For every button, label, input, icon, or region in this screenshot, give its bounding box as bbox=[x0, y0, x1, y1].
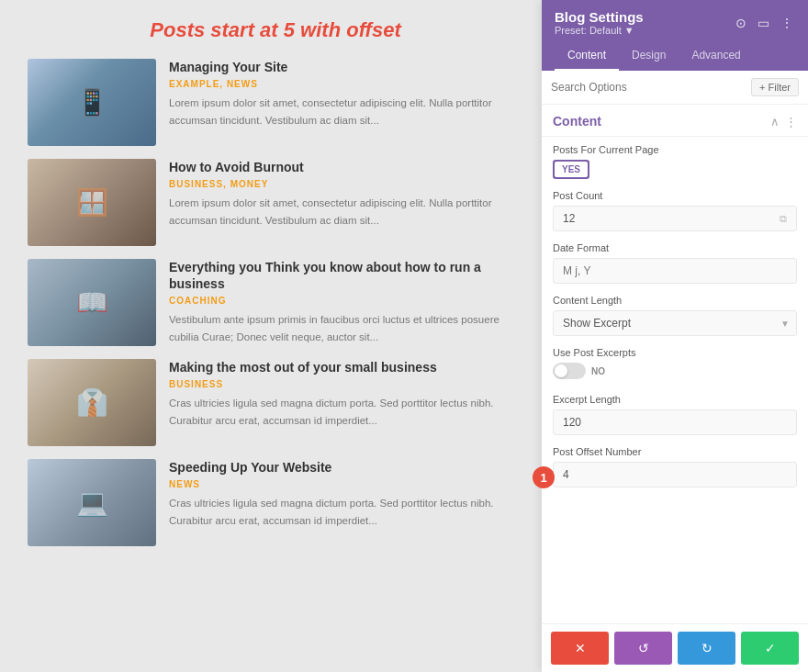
thumbnail-icon: 🪟 bbox=[76, 187, 108, 218]
section-more-icon[interactable]: ⋮ bbox=[785, 115, 797, 129]
panel-tabs: Content Design Advanced bbox=[555, 41, 795, 71]
panel-header-icons: ⊙ ▭ ⋮ bbox=[734, 14, 795, 32]
post-excerpt: Lorem ipsum dolor sit amet, consectetur … bbox=[169, 95, 523, 129]
use-post-excerpts-row: Use Post Excerpts NO bbox=[542, 342, 808, 388]
use-post-excerpts-label: Use Post Excerpts bbox=[553, 347, 797, 358]
tab-design[interactable]: Design bbox=[619, 41, 679, 71]
settings-panel: Blog Settings Preset: Default ▼ ⊙ ▭ ⋮ Co… bbox=[542, 0, 808, 672]
post-title: Making the most out of your small busine… bbox=[169, 359, 523, 375]
post-excerpt: Cras ultricies ligula sed magna dictum p… bbox=[169, 495, 523, 529]
section-icons: ∧ ⋮ bbox=[770, 115, 797, 129]
date-format-input[interactable] bbox=[553, 258, 797, 284]
more-options-icon[interactable]: ⋮ bbox=[779, 14, 795, 32]
thumbnail-icon: 💻 bbox=[76, 487, 108, 518]
posts-for-current-page-label: Posts For Current Page bbox=[553, 144, 797, 155]
collapse-icon[interactable]: ∧ bbox=[770, 115, 780, 129]
post-categories: COACHING bbox=[169, 296, 523, 306]
post-offset-input[interactable] bbox=[553, 462, 797, 487]
divider bbox=[542, 136, 808, 137]
reset-button[interactable]: ↺ bbox=[614, 632, 672, 665]
panel-preset[interactable]: Preset: Default ▼ bbox=[555, 25, 644, 36]
post-count-value: 12 bbox=[563, 212, 575, 225]
posts-for-current-page-row: Posts For Current Page YES bbox=[542, 139, 808, 185]
excerpt-length-row: Excerpt Length bbox=[542, 388, 808, 441]
list-item: 👔 Making the most out of your small busi… bbox=[28, 359, 523, 446]
post-thumbnail: 🪟 bbox=[28, 159, 156, 246]
excerpt-length-input[interactable] bbox=[553, 409, 797, 435]
post-excerpt: Lorem ipsum dolor sit amet, consectetur … bbox=[169, 195, 523, 229]
post-excerpt: Vestibulum ante ipsum primis in faucibus… bbox=[169, 311, 523, 345]
thumbnail-icon: 👔 bbox=[76, 387, 108, 418]
post-offset-row: Post Offset Number bbox=[542, 441, 808, 493]
toggle-no-label: NO bbox=[591, 366, 605, 376]
panel-body: + Filter Content ∧ ⋮ Posts For Current P… bbox=[542, 71, 808, 623]
post-thumbnail: 💻 bbox=[28, 459, 156, 546]
post-content: How to Avoid Burnout BUSINESS, MONEY Lor… bbox=[169, 159, 523, 229]
post-title: Speeding Up Your Website bbox=[169, 459, 523, 476]
list-item: 💻 Speeding Up Your Website NEWS Cras ult… bbox=[28, 459, 523, 546]
post-offset-label: Post Offset Number bbox=[553, 446, 797, 457]
list-item: 📖 Everything you Think you know about ho… bbox=[28, 259, 523, 346]
post-count-input[interactable]: 12 ⧉ bbox=[553, 206, 797, 231]
settings-icon[interactable]: ⊙ bbox=[734, 14, 748, 32]
tab-content[interactable]: Content bbox=[555, 41, 619, 71]
post-thumbnail: 📱 bbox=[28, 59, 156, 146]
notification-badge: 1 bbox=[533, 466, 555, 488]
content-length-select[interactable]: Show Excerpt Show Full Content bbox=[553, 310, 797, 336]
post-content: Managing Your Site EXAMPLE, NEWS Lorem i… bbox=[169, 59, 523, 129]
list-item: 📱 Managing Your Site EXAMPLE, NEWS Lorem… bbox=[28, 59, 523, 146]
filter-label: Filter bbox=[769, 82, 791, 93]
post-categories: EXAMPLE, NEWS bbox=[169, 79, 523, 89]
page-title: Posts start at 5 with offset bbox=[28, 18, 523, 42]
panel-title: Blog Settings bbox=[555, 9, 644, 25]
search-row: + Filter bbox=[542, 71, 808, 105]
search-input[interactable] bbox=[551, 81, 746, 94]
save-button[interactable]: ✓ bbox=[741, 632, 799, 665]
post-content: Speeding Up Your Website NEWS Cras ultri… bbox=[169, 459, 523, 529]
date-format-label: Date Format bbox=[553, 242, 797, 253]
toggle-thumb bbox=[555, 364, 567, 377]
post-thumbnail: 📖 bbox=[28, 259, 156, 346]
post-count-label: Post Count bbox=[553, 190, 797, 201]
thumbnail-icon: 📱 bbox=[76, 87, 108, 118]
action-bar: ✕ ↺ ↻ ✓ bbox=[542, 623, 808, 672]
redo-button[interactable]: ↻ bbox=[678, 632, 735, 665]
section-header: Content ∧ ⋮ bbox=[542, 105, 808, 134]
post-thumbnail: 👔 bbox=[28, 359, 156, 446]
cancel-button[interactable]: ✕ bbox=[551, 632, 609, 665]
post-content: Everything you Think you know about how … bbox=[169, 259, 523, 345]
copy-icon: ⧉ bbox=[780, 213, 787, 225]
filter-icon: + bbox=[759, 82, 765, 93]
post-count-row: Post Count 12 ⧉ bbox=[542, 185, 808, 237]
post-excerpt: Cras ultricies ligula sed magna dictum p… bbox=[169, 395, 523, 429]
panel-header: Blog Settings Preset: Default ▼ ⊙ ▭ ⋮ Co… bbox=[542, 0, 808, 71]
panel-title-area: Blog Settings Preset: Default ▼ bbox=[555, 9, 644, 36]
post-title: Everything you Think you know about how … bbox=[169, 259, 523, 292]
thumbnail-icon: 📖 bbox=[76, 287, 108, 318]
use-post-excerpts-toggle[interactable]: NO bbox=[553, 363, 605, 379]
toggle-yes-label: YES bbox=[555, 162, 588, 177]
section-title: Content bbox=[553, 114, 601, 129]
tab-advanced[interactable]: Advanced bbox=[679, 41, 753, 71]
content-length-row: Content Length Show Excerpt Show Full Co… bbox=[542, 289, 808, 342]
post-title: Managing Your Site bbox=[169, 59, 523, 75]
toggle-track[interactable] bbox=[553, 363, 586, 379]
post-content: Making the most out of your small busine… bbox=[169, 359, 523, 429]
content-length-select-wrapper: Show Excerpt Show Full Content ▼ bbox=[553, 310, 797, 336]
date-format-row: Date Format bbox=[542, 237, 808, 289]
post-title: How to Avoid Burnout bbox=[169, 159, 523, 175]
post-categories: BUSINESS, MONEY bbox=[169, 179, 523, 189]
layout-icon[interactable]: ▭ bbox=[756, 14, 771, 32]
list-item: 🪟 How to Avoid Burnout BUSINESS, MONEY L… bbox=[28, 159, 523, 246]
post-categories: NEWS bbox=[169, 479, 523, 489]
post-list: 📱 Managing Your Site EXAMPLE, NEWS Lorem… bbox=[28, 59, 523, 546]
excerpt-length-label: Excerpt Length bbox=[553, 394, 797, 405]
left-panel: Posts start at 5 with offset 📱 Managing … bbox=[0, 0, 542, 672]
panel-header-top: Blog Settings Preset: Default ▼ ⊙ ▭ ⋮ bbox=[555, 9, 795, 36]
filter-button[interactable]: + Filter bbox=[751, 78, 799, 96]
post-categories: BUSINESS bbox=[169, 379, 523, 389]
posts-for-current-page-toggle[interactable]: YES bbox=[553, 160, 589, 179]
content-length-label: Content Length bbox=[553, 295, 797, 306]
